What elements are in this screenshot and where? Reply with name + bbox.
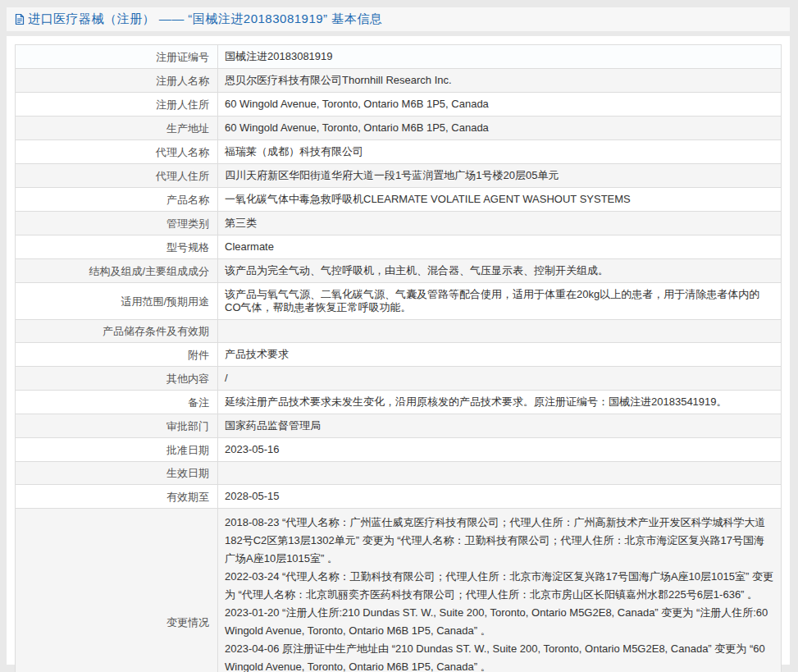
row-label-text: 批准日期 (166, 444, 209, 456)
change-history-entry: 2022-03-24 “代理人名称：卫勤科技有限公司；代理人住所：北京市海淀区复… (225, 568, 774, 604)
row-value: 2023-05-16 (218, 438, 782, 462)
table-row: 变更情况2018-08-23 “代理人名称：广州蓝仕威克医疗科技有限公司；代理人… (16, 509, 782, 672)
page-title: 进口医疗器械（注册） —— “国械注进20183081919” 基本信息 (28, 11, 382, 27)
row-value: 四川天府新区华阳街道华府大道一段1号蓝润置地广场1号楼20层05单元 (218, 164, 782, 188)
table-row: 适用范围/预期用途该产品与氧气气源、二氧化碳气源、气囊及管路等配合使用，适用于体… (16, 283, 782, 320)
row-label: 产品名称 (16, 188, 218, 212)
row-label: 管理类别 (16, 212, 218, 235)
row-value: 2018-08-23 “代理人名称：广州蓝仕威克医疗科技有限公司；代理人住所：广… (218, 509, 782, 672)
row-value (218, 462, 782, 485)
row-label: 生产地址 (16, 117, 218, 140)
row-value: 福瑞莱（成都）科技有限公司 (218, 140, 782, 164)
row-label-text: 附件 (188, 349, 209, 361)
row-value: 恩贝尔医疗科技有限公司Thornhill Research Inc. (218, 69, 782, 93)
registration-info-table: 注册证编号国械注进20183081919注册人名称恩贝尔医疗科技有限公司Thor… (15, 44, 782, 672)
row-label-text: 变更情况 (166, 616, 209, 629)
row-label-text: 其他内容 (166, 373, 209, 385)
row-label-text: 注册人住所 (156, 98, 209, 111)
table-row: 代理人名称福瑞莱（成都）科技有限公司 (16, 140, 782, 164)
row-value: 第三类 (218, 212, 782, 235)
row-value: 60 Wingold Avenue, Toronto, Ontario M6B … (218, 117, 782, 140)
row-label: 适用范围/预期用途 (16, 283, 218, 320)
row-value: 2028-05-15 (218, 485, 782, 509)
table-row: 有效期至2028-05-15 (16, 485, 782, 509)
row-label-text: 生效日期 (166, 467, 209, 479)
row-label: 注册人名称 (16, 69, 218, 93)
row-label-text: 结构及组成/主要组成成分 (89, 265, 209, 277)
table-row: 产品名称一氧化碳气体中毒急救呼吸机CLEARMATE VOLATILE AGEN… (16, 188, 782, 212)
table-row: 生效日期 (16, 462, 782, 485)
row-value: 该产品为完全气动、气控呼吸机，由主机、混合器、气压显示表、控制开关组成。 (218, 259, 782, 283)
row-value: Clearmate (218, 235, 782, 259)
row-label-text: 代理人住所 (156, 170, 209, 182)
table-row: 注册人住所60 Wingold Avenue, Toronto, Ontario… (16, 93, 782, 117)
table-row: 型号规格Clearmate (16, 235, 782, 259)
row-label: 备注 (16, 391, 218, 414)
row-value: 延续注册产品技术要求未发生变化，沿用原核发的产品技术要求。原注册证编号：国械注进… (218, 391, 782, 414)
row-label: 审批部门 (16, 414, 218, 438)
table-row: 结构及组成/主要组成成分该产品为完全气动、气控呼吸机，由主机、混合器、气压显示表… (16, 259, 782, 283)
row-label-text: 备注 (188, 396, 209, 409)
table-row: 管理类别第三类 (16, 212, 782, 235)
row-label-text: 生产地址 (166, 122, 209, 135)
row-value: 国械注进20183081919 (218, 45, 782, 69)
row-value: 该产品与氧气气源、二氧化碳气源、气囊及管路等配合使用，适用于体重在20kg以上的… (218, 283, 782, 320)
row-label: 注册证编号 (16, 45, 218, 69)
row-label: 附件 (16, 343, 218, 367)
table-row: 批准日期2023-05-16 (16, 438, 782, 462)
row-label: 生效日期 (16, 462, 218, 485)
row-label-text: 型号规格 (166, 241, 209, 254)
row-label: 注册人住所 (16, 93, 218, 117)
row-value: 60 Wingold Avenue, Toronto, Ontario M6B … (218, 93, 782, 117)
row-label-text: 适用范围/预期用途 (121, 295, 209, 308)
row-value: / (218, 367, 782, 391)
change-history-entry: 2023-04-06 原注册证中生产地址由 “210 Dundas ST. W.… (225, 640, 774, 672)
table-row: 附件产品技术要求 (16, 343, 782, 367)
row-label: 型号规格 (16, 235, 218, 259)
info-table-body: 注册证编号国械注进20183081919注册人名称恩贝尔医疗科技有限公司Thor… (16, 45, 782, 672)
row-label: 产品储存条件及有效期 (16, 320, 218, 343)
change-history-entry: 2023-01-20 “注册人住所:210 Dundas ST. W., Sui… (225, 604, 774, 640)
table-row: 注册人名称恩贝尔医疗科技有限公司Thornhill Research Inc. (16, 69, 782, 93)
table-row: 备注延续注册产品技术要求未发生变化，沿用原核发的产品技术要求。原注册证编号：国械… (16, 391, 782, 414)
row-label: 结构及组成/主要组成成分 (16, 259, 218, 283)
row-label-text: 审批部门 (166, 420, 209, 432)
row-label-text: 注册证编号 (156, 51, 209, 63)
row-label-text: 代理人名称 (156, 146, 209, 158)
row-label-text: 产品名称 (166, 194, 209, 206)
row-label-text: 产品储存条件及有效期 (103, 325, 209, 337)
row-label-text: 注册人名称 (156, 75, 209, 87)
row-label-text: 有效期至 (166, 491, 209, 503)
title-bar: 进口医疗器械（注册） —— “国械注进20183081919” 基本信息 (7, 7, 790, 31)
row-label: 代理人名称 (16, 140, 218, 164)
row-label-text: 管理类别 (166, 217, 209, 230)
row-value: 产品技术要求 (218, 343, 782, 367)
table-row: 审批部门国家药品监督管理局 (16, 414, 782, 438)
table-row: 产品储存条件及有效期 (16, 320, 782, 343)
row-value: 一氧化碳气体中毒急救呼吸机CLEARMATE VOLATILE AGENT WA… (218, 188, 782, 212)
row-value (218, 320, 782, 343)
table-row: 代理人住所四川天府新区华阳街道华府大道一段1号蓝润置地广场1号楼20层05单元 (16, 164, 782, 188)
row-label: 变更情况 (16, 509, 218, 672)
row-label: 其他内容 (16, 367, 218, 391)
document-icon (14, 13, 25, 25)
content-panel: 注册证编号国械注进20183081919注册人名称恩贝尔医疗科技有限公司Thor… (7, 36, 790, 665)
change-history-entry: 2018-08-23 “代理人名称：广州蓝仕威克医疗科技有限公司；代理人住所：广… (225, 514, 774, 568)
row-value: 国家药品监督管理局 (218, 414, 782, 438)
row-label: 代理人住所 (16, 164, 218, 188)
row-label: 批准日期 (16, 438, 218, 462)
table-row: 注册证编号国械注进20183081919 (16, 45, 782, 69)
table-row: 生产地址60 Wingold Avenue, Toronto, Ontario … (16, 117, 782, 140)
row-label: 有效期至 (16, 485, 218, 509)
table-row: 其他内容/ (16, 367, 782, 391)
